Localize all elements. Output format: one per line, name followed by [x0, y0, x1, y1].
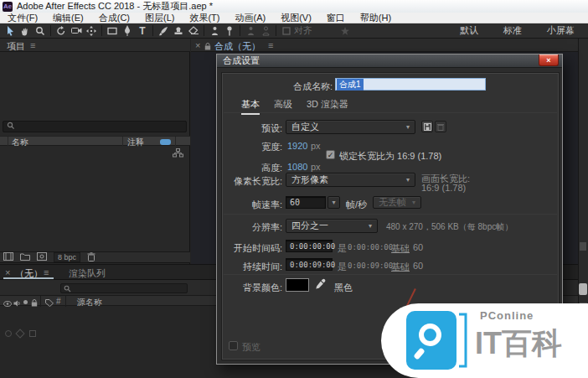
- dialog-title: 合成设置: [223, 54, 260, 67]
- new-composition-icon[interactable]: [37, 252, 47, 262]
- dialog-titlebar[interactable]: 合成设置: [217, 54, 562, 68]
- workspace-switcher: 默认 标准 小屏幕: [460, 24, 588, 37]
- watermark-logo-tile: [406, 311, 456, 370]
- search-icon: [7, 122, 15, 132]
- interpret-footage-icon[interactable]: [3, 252, 13, 262]
- dialog-close-button[interactable]: ×: [539, 54, 559, 66]
- menu-window[interactable]: 窗口: [319, 12, 353, 24]
- eye-icon[interactable]: [3, 298, 12, 308]
- resolution-dropdown[interactable]: 四分之一▾: [286, 219, 378, 233]
- lock-icon[interactable]: [204, 42, 211, 52]
- column-index[interactable]: #: [56, 297, 61, 306]
- frame-rate-input[interactable]: 60: [286, 196, 326, 209]
- column-name[interactable]: 名称: [12, 137, 28, 148]
- menu-file[interactable]: 文件(F): [0, 12, 45, 24]
- timeline-menu-icon[interactable]: ≡: [44, 267, 49, 277]
- scrollbar-thumb[interactable]: [579, 283, 587, 295]
- flowchart-icon[interactable]: [173, 148, 183, 159]
- timeline-switch-icon[interactable]: [29, 330, 36, 337]
- roto-brush-tool-icon[interactable]: [207, 24, 222, 38]
- chevron-down-icon: ▾: [332, 199, 335, 206]
- selection-tool-icon[interactable]: [3, 24, 18, 38]
- workspace-standard[interactable]: 标准: [503, 24, 522, 37]
- menu-help[interactable]: 帮助(H): [353, 12, 399, 24]
- project-panel-footer: 8 bpc: [0, 251, 190, 263]
- column-divider: [65, 296, 66, 307]
- delete-preset-button: [435, 121, 446, 132]
- tab-composition[interactable]: 合成（无）: [214, 40, 260, 53]
- timeline-switch-icon[interactable]: [5, 330, 12, 337]
- zoom-tool-icon[interactable]: [33, 24, 48, 38]
- close-icon[interactable]: ×: [195, 40, 200, 50]
- project-column-header: 名称 注释: [0, 136, 190, 146]
- start-timecode-input[interactable]: 0:00:00:00: [286, 240, 333, 252]
- pan-behind-tool-icon[interactable]: [84, 24, 99, 38]
- comp-panel-menu-icon[interactable]: ≡: [268, 40, 273, 50]
- column-comment[interactable]: 注释: [127, 137, 144, 148]
- toolbar-separator: [204, 25, 204, 36]
- solo-icon[interactable]: [23, 300, 28, 304]
- menu-layer[interactable]: 图层(L): [137, 12, 182, 24]
- pen-tool-icon[interactable]: [120, 24, 135, 38]
- menu-effect[interactable]: 效果(T): [182, 12, 227, 24]
- bg-color-swatch[interactable]: [286, 278, 309, 292]
- section-divider: [224, 214, 557, 215]
- menu-edit[interactable]: 编辑(E): [45, 12, 91, 24]
- column-divider: [175, 137, 176, 147]
- duration-input[interactable]: 0:00:09:00: [286, 258, 333, 271]
- menu-view[interactable]: 视图(V): [273, 12, 319, 24]
- pixel-aspect-dropdown[interactable]: 方形像素▾: [286, 173, 415, 187]
- menu-composition[interactable]: 合成(C): [91, 12, 137, 24]
- panel-edge-button[interactable]: [580, 242, 586, 251]
- chevron-down-icon: ▾: [412, 199, 415, 206]
- save-preset-button[interactable]: [421, 121, 433, 132]
- column-divider: [40, 296, 41, 307]
- type-tool-icon[interactable]: T: [135, 24, 150, 38]
- frame-rate-dropdown-button[interactable]: ▾: [328, 196, 340, 209]
- tab-render-queue[interactable]: 渲染队列: [69, 267, 106, 280]
- clone-stamp-tool-icon[interactable]: [171, 24, 186, 38]
- new-folder-icon[interactable]: [20, 252, 30, 262]
- duration-info: 0:00:09:00: [348, 261, 393, 270]
- close-icon[interactable]: ×: [5, 267, 10, 277]
- brush-tool-icon[interactable]: [156, 24, 171, 38]
- bit-depth-button[interactable]: 8 bpc: [54, 252, 80, 262]
- sort-flag-icon[interactable]: [160, 139, 171, 145]
- eyedropper-icon[interactable]: [316, 278, 327, 291]
- preview-checkbox[interactable]: [229, 341, 238, 350]
- camera-tool-icon[interactable]: [69, 24, 84, 38]
- project-panel-menu-icon[interactable]: ≡: [30, 40, 35, 50]
- workspace-small-screen[interactable]: 小屏幕: [547, 24, 575, 37]
- comp-name-input[interactable]: 合成1: [335, 78, 486, 91]
- resolution-label: 分辨率:: [224, 221, 282, 234]
- bg-color-label: 背景颜色:: [224, 282, 282, 294]
- preset-dropdown[interactable]: 自定义▾: [286, 120, 415, 134]
- eraser-tool-icon[interactable]: [186, 24, 201, 38]
- workspace-default[interactable]: 默认: [460, 24, 478, 37]
- hand-tool-icon[interactable]: [18, 24, 33, 38]
- start-timecode-info: 0:00:00:00: [348, 243, 393, 251]
- trash-icon[interactable]: [87, 252, 95, 263]
- height-label: 高度:: [224, 162, 282, 174]
- puppet-pin-tool-icon[interactable]: [222, 24, 237, 38]
- height-value[interactable]: 1080: [287, 162, 307, 172]
- toolbar-separator: [50, 25, 51, 36]
- menu-animation[interactable]: 动画(A): [228, 12, 274, 24]
- disabled-option-icon: [338, 24, 353, 38]
- lock-icon[interactable]: [31, 298, 38, 308]
- rotation-tool-icon[interactable]: [54, 24, 69, 38]
- label-tag-icon[interactable]: [45, 298, 54, 308]
- shape-tool-icon[interactable]: [105, 24, 120, 38]
- width-value[interactable]: 1920: [287, 141, 307, 151]
- lock-aspect-label: 锁定长宽比为 16:9 (1.78): [339, 150, 441, 163]
- magnifier-handle: [413, 347, 425, 360]
- tab-project[interactable]: 项目: [7, 40, 25, 53]
- width-label: 宽度:: [224, 141, 282, 153]
- lock-aspect-checkbox[interactable]: [326, 150, 335, 159]
- menu-bar: 文件(F) 编辑(E) 合成(C) 图层(L) 效果(T) 动画(A) 视图(V…: [0, 13, 588, 23]
- base-label: 基础: [391, 242, 410, 255]
- project-search-input[interactable]: [3, 121, 187, 132]
- audio-icon[interactable]: [13, 298, 21, 308]
- timeline-search-input[interactable]: [60, 283, 188, 293]
- column-source-name[interactable]: 源名称: [77, 297, 102, 308]
